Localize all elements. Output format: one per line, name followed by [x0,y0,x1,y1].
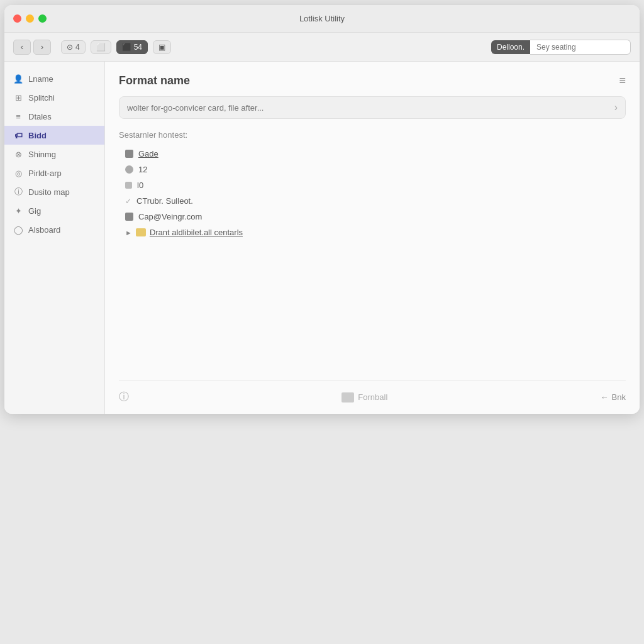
toolbar-badge-4[interactable]: ▣ [153,40,171,54]
folder-icon [136,228,146,236]
sidebar-item-lname[interactable]: 👤 Lname [4,69,104,88]
menu-icon[interactable]: ≡ [619,74,626,87]
list-item-text: Cap@Veingr.com [138,212,202,221]
close-button[interactable] [13,14,21,23]
footer-right[interactable]: ← Bnk [601,392,626,402]
list-item-text[interactable]: Gade [138,149,158,158]
toolbar-search: Delloon. [491,40,631,55]
title-bar: Lotlisk Utility [4,5,640,33]
minimize-button[interactable] [26,14,34,23]
search-input[interactable] [530,40,631,55]
badge3-icon: ⬛ [122,43,131,52]
list-item-text: l0 [137,180,143,190]
badge4-icon: ▣ [158,43,165,52]
sidebar-label-dusito-map: Dusito map [28,187,70,197]
content-list: Gade 12 l0 ✓ CTrubr. Sulleot. Cap@Veingr… [119,146,626,240]
list-item-text: CTrubr. Sulleot. [136,196,193,206]
info-icon: ⓘ [13,187,23,197]
nav-buttons: ‹ › [13,40,51,55]
sidebar-item-alsboard[interactable]: ◯ Alsboard [4,220,104,239]
tag-icon: 🏷 [13,130,23,140]
sidebar-item-dusito-map[interactable]: ⓘ Dusito map [4,182,104,201]
sidebar-item-pirldt-arp[interactable]: ◎ Pirldt-arp [4,164,104,182]
search-bar: › [119,96,626,119]
list-item: 12 [125,162,626,177]
main-content: Format name ≡ › Sestarnler hontest: Gade… [105,62,640,414]
section-header: Format name ≡ [119,74,626,87]
sidebar-label-bidd: Bidd [28,131,47,140]
maximize-button[interactable] [38,14,47,23]
main-footer: ⓘ Fornball ← Bnk [119,380,626,404]
list-item: Cap@Veingr.com [125,209,626,225]
grid-icon: ⊞ [13,92,23,103]
circle-icon: ◎ [13,168,23,178]
sidebar-label-shinmg: Shinmg [28,150,56,159]
forward-button[interactable]: › [33,40,51,55]
star-icon: ✦ [13,206,23,216]
sidebar-item-splitchi[interactable]: ⊞ Splitchi [4,88,104,107]
sidebar-label-alsboard: Alsboard [28,225,60,235]
sidebar-item-dtales[interactable]: ≡ Dtales [4,107,104,126]
sidebar-label-dtales: Dtales [28,112,52,121]
traffic-lights [13,14,47,23]
badge3-value: 54 [134,43,142,52]
list-item: l0 [125,177,626,193]
folder-row: ► Drant aldlibilet.all centarls [125,228,243,237]
sidebar-item-gig[interactable]: ✦ Gig [4,201,104,220]
sidebar-label-splitchi: Splitchi [28,93,55,103]
sidebar-label-gig: Gig [28,206,41,216]
ring-icon: ◯ [13,225,23,235]
search-arrow-icon[interactable]: › [614,102,618,113]
footer-right-label: Bnk [612,392,626,402]
badge1-value: 4 [75,43,80,52]
section-title: Format name [119,74,190,87]
circle-sm-icon [125,165,133,174]
footer-info-icon[interactable]: ⓘ [119,391,129,404]
square-icon-2 [125,213,133,221]
list-item-text: 12 [138,165,147,174]
badge1-icon: ⊙ [67,43,73,52]
sidebar-item-shinmg[interactable]: ⊗ Shinmg [4,145,104,164]
toolbar-badge-3[interactable]: ⬛ 54 [116,40,148,54]
back-button[interactable]: ‹ [13,40,31,55]
toolbar-badge-1[interactable]: ⊙ 4 [61,40,86,54]
toolbar-badge-2[interactable]: ⬜ [91,40,111,54]
body-layout: 👤 Lname ⊞ Splitchi ≡ Dtales 🏷 Bidd ⊗ Shi… [4,62,640,414]
list-item: ✓ CTrubr. Sulleot. [125,193,626,209]
toolbar: ‹ › ⊙ 4 ⬜ ⬛ 54 ▣ Delloon. [4,33,640,62]
container-label: Sestarnler hontest: [119,130,626,140]
square-icon [125,150,133,158]
person-icon: 👤 [13,74,23,84]
sidebar-label-lname: Lname [28,74,53,84]
back-arrow-icon: ← [601,392,609,402]
app-window: Lotlisk Utility ‹ › ⊙ 4 ⬜ ⬛ 54 ▣ Delloon… [4,5,640,414]
list-item: Gade [125,146,626,162]
check-icon: ✓ [125,197,131,206]
list-icon: ≡ [13,111,23,121]
sidebar: 👤 Lname ⊞ Splitchi ≡ Dtales 🏷 Bidd ⊗ Shi… [4,62,105,414]
window-title: Lotlisk Utility [299,14,345,23]
list-item-text[interactable]: Drant aldlibilet.all centarls [150,228,243,237]
footer-center: Fornball [341,392,387,402]
footer-center-icon [341,392,354,402]
sidebar-item-bidd[interactable]: 🏷 Bidd [4,126,104,145]
list-item-folder: ► Drant aldlibilet.all centarls [125,225,626,240]
footer-center-label[interactable]: Fornball [358,392,387,402]
block-icon: ⊗ [13,149,23,159]
sidebar-label-pirldt-arp: Pirldt-arp [28,169,62,178]
small-square-icon [125,182,132,189]
folder-arrow-icon[interactable]: ► [125,229,132,236]
badge2-icon: ⬜ [96,43,106,52]
content-search-input[interactable] [127,103,614,113]
search-label: Delloon. [491,40,530,54]
